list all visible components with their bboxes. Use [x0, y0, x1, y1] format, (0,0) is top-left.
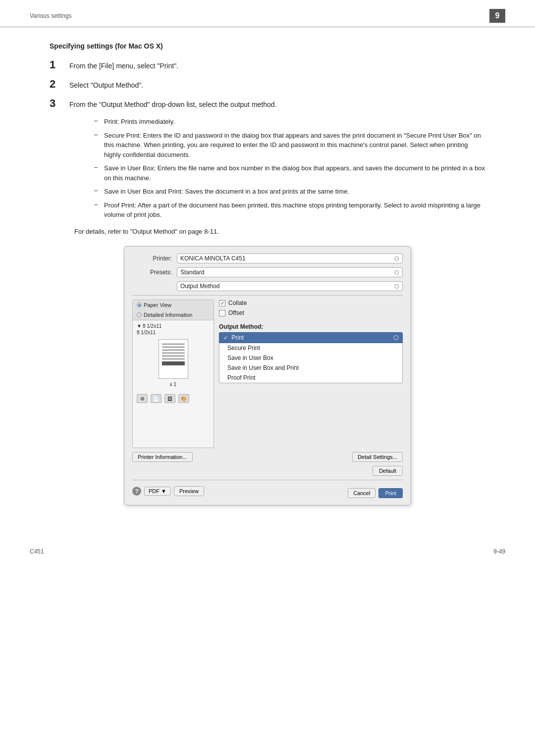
- chapter-number: 9: [489, 9, 505, 23]
- dialog-separator: [132, 295, 403, 296]
- panel-value: Output Method: [180, 283, 219, 290]
- icon-settings[interactable]: ⚙: [137, 394, 148, 403]
- breadcrumb: Various settings: [30, 12, 72, 19]
- help-icon[interactable]: ?: [132, 487, 141, 496]
- step-2-number: 2: [50, 78, 69, 90]
- paper-line-thick: [162, 361, 185, 365]
- bullet-item-1: – Secure Print: Enters the ID and passwo…: [94, 131, 485, 160]
- tab-paper-view-label: Paper View: [144, 302, 171, 308]
- paper-line-4: [162, 353, 185, 353]
- bullet-text-4: Proof Print: After a part of the documen…: [104, 201, 485, 220]
- right-panel: Collate Offset Output Method: ✓ Print: [219, 300, 403, 448]
- panel-tabs: Paper View Detailed Information: [133, 300, 214, 320]
- panel-arrow-icon: ⬡: [394, 283, 399, 290]
- printer-label: Printer:: [132, 255, 172, 262]
- output-method-dropdown[interactable]: ✓ Print ⬡ Secure Print Save in User Box …: [219, 332, 403, 383]
- printer-info-row: Printer Information... Detail Settings..…: [132, 452, 403, 462]
- bullet-item-2: – Save in User Box: Enters the file name…: [94, 163, 485, 183]
- paper-size-row-2: 8 1/2x11: [137, 330, 210, 335]
- step-3: 3 From the "Output Method" drop-down lis…: [50, 98, 485, 110]
- paper-thumbnail: [159, 339, 188, 379]
- printer-value: KONICA MINOLTA C451: [180, 255, 246, 262]
- bottom-bar-left: ? PDF ▼ Preview: [132, 486, 204, 496]
- printer-info-button[interactable]: Printer Information...: [132, 452, 193, 462]
- paper-line-1: [162, 344, 185, 345]
- step-2-text: Select "Output Method".: [69, 78, 143, 91]
- icon-image[interactable]: 🖼: [164, 394, 175, 403]
- dropdown-btn[interactable]: ✓ Print ⬡: [219, 332, 403, 343]
- step-1-text: From the [File] menu, select "Print".: [69, 59, 178, 71]
- dropdown-item-secure-print[interactable]: Secure Print: [219, 343, 402, 353]
- dropdown-item-proof-print[interactable]: Proof Print: [219, 373, 402, 383]
- paper-preview: ▼ 8 1/2x11 8 1/2x11: [133, 320, 214, 392]
- footer-page: 9-49: [493, 548, 505, 555]
- default-button[interactable]: Default: [373, 466, 403, 476]
- tab-detailed-info[interactable]: Detailed Information: [133, 310, 214, 320]
- dialog-footer-right: Cancel Print: [348, 488, 403, 498]
- bullet-item-4: – Proof Print: After a part of the docum…: [94, 201, 485, 220]
- paper-size-2: 8 1/2x11: [137, 330, 156, 335]
- dialog-body: Paper View Detailed Information ▼ 8 1/2x…: [132, 300, 403, 448]
- collate-row: Collate: [219, 300, 403, 306]
- panel-selector-row: Output Method ⬡: [132, 281, 403, 291]
- bullet-text-3: Save in User Box and Print: Saves the do…: [104, 187, 349, 197]
- paper-size-row-1: ▼ 8 1/2x11: [137, 323, 210, 329]
- presets-value: Standard: [180, 269, 205, 276]
- collate-checkbox[interactable]: [219, 300, 225, 306]
- presets-select[interactable]: Standard ⬡: [177, 267, 403, 277]
- offset-checkbox[interactable]: [219, 310, 225, 316]
- bullet-item-3: – Save in User Box and Print: Saves the …: [94, 187, 485, 197]
- paper-size-1: 8 1/2x11: [143, 323, 161, 329]
- print-dialog: Printer: KONICA MINOLTA C451 ⬡ Presets: …: [124, 246, 411, 505]
- icon-color[interactable]: 🎨: [178, 394, 189, 403]
- presets-arrow-icon: ⬡: [394, 269, 399, 276]
- panel-select[interactable]: Output Method ⬡: [177, 281, 403, 291]
- detail-settings-button[interactable]: Detail Settings...: [352, 452, 403, 462]
- left-panel: Paper View Detailed Information ▼ 8 1/2x…: [132, 300, 214, 448]
- refer-text: For details, refer to "Output Method" on…: [74, 227, 485, 237]
- step-1-number: 1: [50, 59, 69, 71]
- collate-label: Collate: [228, 300, 247, 306]
- cancel-button[interactable]: Cancel: [348, 488, 375, 498]
- presets-label: Presets:: [132, 269, 172, 276]
- printer-select[interactable]: KONICA MINOLTA C451 ⬡: [177, 253, 403, 263]
- detailed-info-radio[interactable]: [137, 312, 142, 317]
- offset-label: Offset: [228, 309, 244, 316]
- printer-row: Printer: KONICA MINOLTA C451 ⬡: [132, 253, 403, 263]
- dropdown-menu: Secure Print Save in User Box Save in Us…: [219, 343, 403, 383]
- paper-view-radio[interactable]: [137, 302, 142, 307]
- step-3-text: From the "Output Method" drop-down list,…: [69, 98, 277, 110]
- dropdown-item-save-user-box[interactable]: Save in User Box: [219, 353, 402, 363]
- paper-line-2: [162, 347, 185, 348]
- preview-button[interactable]: Preview: [174, 486, 204, 496]
- tab-paper-view[interactable]: Paper View: [133, 300, 214, 310]
- page-footer: C451 9-49: [0, 540, 535, 563]
- section-title: Specifying settings (for Mac OS X): [50, 42, 485, 50]
- paper-line-3: [162, 350, 185, 351]
- bullet-text-0: Print: Prints immediately.: [104, 117, 175, 127]
- bullet-text-2: Save in User Box: Enters the file name a…: [104, 163, 485, 183]
- dropdown-selected: Print: [231, 334, 244, 341]
- icon-doc[interactable]: 📄: [151, 394, 161, 403]
- step-2: 2 Select "Output Method".: [50, 78, 485, 91]
- bullet-text-1: Secure Print: Enters the ID and password…: [104, 131, 485, 160]
- dialog-footer-separator: [132, 480, 403, 480]
- print-button[interactable]: Print: [378, 488, 403, 498]
- bullet-item-0: – Print: Prints immediately.: [94, 117, 485, 127]
- dropdown-item-save-user-box-print[interactable]: Save in User Box and Print: [219, 363, 402, 373]
- bottom-icons: ⚙ 📄 🖼 🎨: [133, 392, 214, 405]
- paper-count: x 1: [137, 382, 210, 387]
- dropdown-arrow-icon: ⬡: [393, 334, 398, 341]
- paper-line-5: [162, 355, 185, 356]
- bullet-dash-2: –: [94, 163, 104, 171]
- page-header: Various settings 9: [0, 0, 535, 27]
- pdf-button[interactable]: PDF ▼: [144, 487, 171, 496]
- tab-detailed-info-label: Detailed Information: [144, 312, 192, 318]
- arrow-down-icon: ▼: [137, 323, 142, 329]
- bullet-dash-1: –: [94, 131, 104, 138]
- check-mark-icon: ✓: [223, 335, 228, 341]
- printer-arrow-icon: ⬡: [394, 255, 399, 262]
- offset-row: Offset: [219, 309, 403, 316]
- paper-lines: [159, 340, 188, 369]
- step-3-number: 3: [50, 98, 69, 109]
